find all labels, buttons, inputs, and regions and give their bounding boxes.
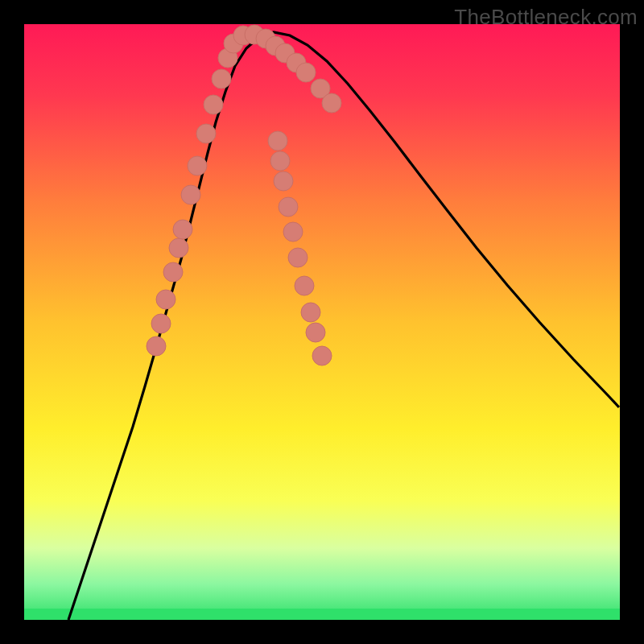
data-point-marker xyxy=(295,276,314,295)
outer-frame: TheBottleneck.com xyxy=(0,0,644,644)
data-point-marker xyxy=(268,131,287,151)
data-point-marker xyxy=(188,156,207,175)
data-point-marker xyxy=(274,171,293,191)
green-bottom-band xyxy=(24,609,620,620)
data-point-marker xyxy=(169,238,188,258)
chart-svg xyxy=(24,24,620,620)
watermark-text: TheBottleneck.com xyxy=(454,5,638,30)
data-point-marker xyxy=(212,69,231,89)
data-point-marker xyxy=(322,93,341,113)
data-point-marker xyxy=(296,63,316,82)
plot-area xyxy=(24,24,620,620)
data-point-marker xyxy=(181,185,200,204)
data-point-marker xyxy=(156,290,175,309)
data-point-marker xyxy=(270,151,290,171)
data-point-marker xyxy=(147,336,166,356)
data-point-marker xyxy=(288,248,308,267)
data-point-marker xyxy=(283,222,303,242)
data-point-marker xyxy=(196,124,216,143)
gradient-background xyxy=(24,24,620,620)
data-point-marker xyxy=(312,346,332,365)
data-point-marker xyxy=(151,314,171,333)
data-point-marker xyxy=(173,220,192,239)
data-point-marker xyxy=(279,197,298,217)
data-point-marker xyxy=(163,262,183,282)
data-point-marker xyxy=(204,95,223,114)
data-point-marker xyxy=(306,323,325,342)
data-point-marker xyxy=(301,303,320,322)
